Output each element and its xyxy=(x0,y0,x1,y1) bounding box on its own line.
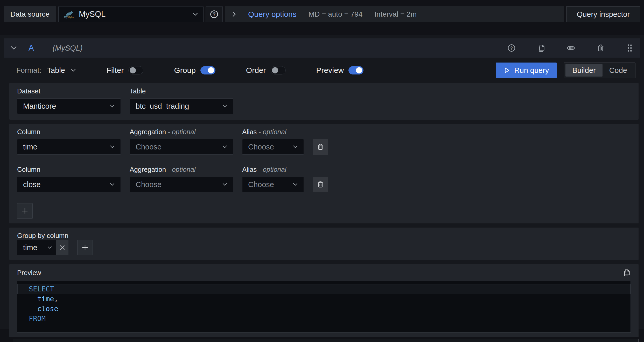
chevron-down-icon xyxy=(110,105,115,108)
columns-card: Column time Aggregation - optional Choos… xyxy=(9,124,639,223)
remove-column-button[interactable] xyxy=(313,177,328,192)
chevron-right-icon[interactable] xyxy=(232,11,236,17)
sql-line: SELECT xyxy=(17,284,631,294)
editor-mode-switch: Builder Code xyxy=(564,63,635,78)
aggregation-select[interactable]: Choose xyxy=(130,139,233,155)
group-toggle-group: Group xyxy=(174,66,215,75)
column-label: Column xyxy=(17,166,121,174)
sql-line: time, xyxy=(17,294,631,304)
query-builder-toolbar: Format: Table Filter Group Order Preview xyxy=(16,62,635,78)
filter-toggle[interactable] xyxy=(128,66,143,74)
mysql-logo-icon: MySQL. xyxy=(64,10,75,18)
datasource-value: MySQL xyxy=(79,10,106,19)
hide-response-button[interactable] xyxy=(566,43,576,53)
group-toggle[interactable] xyxy=(200,66,215,74)
max-data-points-value: MD = auto = 794 xyxy=(309,10,363,18)
copy-icon xyxy=(537,44,545,52)
table-select[interactable]: btc_usd_trading xyxy=(130,98,233,114)
query-datasource-hint: (MySQL) xyxy=(53,44,83,52)
query-options-toggle[interactable]: Query options xyxy=(248,10,297,19)
aggregation-select[interactable]: Choose xyxy=(130,177,233,192)
datasource-label: Data source xyxy=(4,6,56,22)
chevron-down-icon xyxy=(47,246,52,249)
grip-dots-icon xyxy=(626,44,634,52)
trash-icon xyxy=(317,181,324,188)
close-icon xyxy=(59,244,66,251)
remove-query-button[interactable] xyxy=(596,44,605,52)
dataset-table-card: Dataset Manticore Table btc_usd_trading xyxy=(9,83,639,120)
run-query-button[interactable]: Run query xyxy=(496,63,557,78)
dataset-label: Dataset xyxy=(17,87,121,95)
order-toggle-group: Order xyxy=(246,66,286,75)
sql-line: FROM xyxy=(17,314,631,324)
indent-guide xyxy=(29,294,29,332)
alias-select[interactable]: Choose xyxy=(242,177,304,192)
play-icon xyxy=(503,67,510,74)
remove-group-by-button[interactable] xyxy=(56,240,68,255)
alias-label: Alias - optional xyxy=(242,166,304,174)
order-toggle-label: Order xyxy=(246,66,266,75)
remove-column-button[interactable] xyxy=(313,139,328,155)
column-select[interactable]: time xyxy=(17,139,121,155)
datasource-picker[interactable]: MySQL. MySQL xyxy=(58,6,204,22)
collapse-chevron-icon[interactable] xyxy=(10,46,17,50)
alias-placeholder: Choose xyxy=(248,143,274,151)
query-inspector-button[interactable]: Query inspector xyxy=(566,6,640,22)
drag-query-handle[interactable] xyxy=(626,44,634,52)
collapsed-row-strip[interactable] xyxy=(13,339,639,342)
column-row: Column time Aggregation - optional Choos… xyxy=(17,128,631,155)
alias-label: Alias - optional xyxy=(242,128,304,136)
group-toggle-label: Group xyxy=(174,66,195,75)
filter-toggle-group: Filter xyxy=(107,66,144,75)
group-by-label: Group by column xyxy=(17,232,68,240)
aggregation-placeholder: Choose xyxy=(136,143,162,151)
aggregation-placeholder: Choose xyxy=(136,180,162,189)
aggregation-label: Aggregation - optional xyxy=(130,166,233,174)
help-circle-icon: ? xyxy=(209,10,219,19)
preview-toggle[interactable] xyxy=(348,66,363,74)
query-ref-id: A xyxy=(29,43,34,53)
preview-label: Preview xyxy=(17,269,41,277)
column-label: Column xyxy=(17,128,121,136)
dataset-value: Manticore xyxy=(23,102,56,111)
format-label: Format: xyxy=(16,66,41,74)
copy-sql-button[interactable] xyxy=(622,268,631,277)
alias-placeholder: Choose xyxy=(248,180,274,189)
chevron-down-icon xyxy=(110,145,115,148)
preview-toggle-label: Preview xyxy=(316,66,344,75)
chevron-down-icon xyxy=(222,145,227,148)
group-by-value: time xyxy=(23,243,37,252)
trash-icon xyxy=(317,143,324,151)
query-row-header[interactable]: A (MySQL) ? xyxy=(4,38,640,58)
chevron-down-icon xyxy=(293,145,298,148)
column-select[interactable]: close xyxy=(17,177,121,192)
group-by-column-select[interactable]: time xyxy=(17,240,56,255)
add-group-by-button[interactable] xyxy=(77,240,93,255)
alias-select[interactable]: Choose xyxy=(242,139,304,155)
chevron-down-icon xyxy=(222,105,227,108)
chevron-down-icon xyxy=(71,69,76,72)
sql-line: close xyxy=(17,304,631,314)
svg-text:MySQL.: MySQL. xyxy=(64,16,74,18)
help-circle-icon: ? xyxy=(507,44,516,52)
copy-icon xyxy=(622,268,631,277)
column-row: Column close Aggregation - optional Choo… xyxy=(17,166,631,192)
sql-preview-code: SELECT time, close FROM xyxy=(17,281,631,333)
chevron-down-icon xyxy=(110,183,115,186)
dataset-select[interactable]: Manticore xyxy=(17,98,121,114)
query-help-button[interactable]: ? xyxy=(507,44,516,52)
aggregation-label: Aggregation - optional xyxy=(130,128,233,136)
query-options-bar: Query options MD = auto = 794 Interval =… xyxy=(225,6,564,22)
query-editor-topbar: Data source MySQL. MySQL ? Query options… xyxy=(4,6,640,22)
mode-builder-button[interactable]: Builder xyxy=(565,64,602,77)
add-column-button[interactable] xyxy=(17,203,33,219)
preview-card: Preview SELECT time, close FROM xyxy=(9,264,639,337)
datasource-help-button[interactable]: ? xyxy=(206,6,223,22)
duplicate-query-button[interactable] xyxy=(537,44,545,52)
filter-toggle-label: Filter xyxy=(107,66,124,75)
plus-icon xyxy=(81,244,89,251)
format-select[interactable]: Table xyxy=(47,66,76,75)
order-toggle[interactable] xyxy=(271,66,286,74)
table-value: btc_usd_trading xyxy=(136,102,189,111)
mode-code-button[interactable]: Code xyxy=(603,64,634,77)
